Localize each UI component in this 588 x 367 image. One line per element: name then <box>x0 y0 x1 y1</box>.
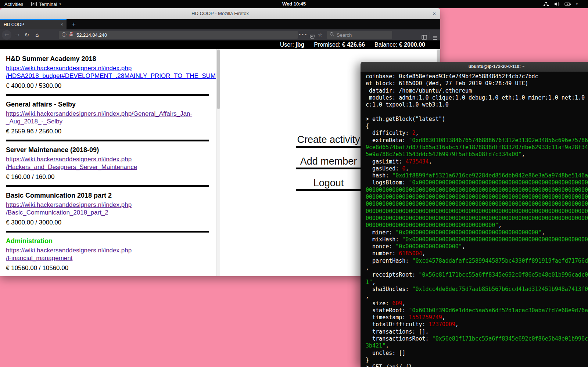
terminal-text-segment: "0x56e81f171bcc55a6ff8345e692c0f86e5b48e… <box>419 271 588 278</box>
terminal-text-segment: sha3Uncles: <box>366 286 412 292</box>
terminal-text-segment: hash: <box>366 172 392 179</box>
promised-field: Promised: € 426.66 <box>314 42 365 48</box>
scrollbar-thumb[interactable] <box>217 50 220 109</box>
budget-item-amount: € 2559.96 / 2560.00 <box>6 128 216 135</box>
budget-list-scrollbar[interactable] <box>216 49 220 276</box>
app-menu-terminal[interactable]: > Terminal ▾ <box>31 0 61 8</box>
terminal-line: 000000000000000000000000000000000000000"… <box>366 222 588 229</box>
terminal-line: timestamp: 1551259749, <box>366 314 588 321</box>
budget-item-link[interactable]: https://wiki.hackersanddesigners.nl/inde… <box>6 65 216 80</box>
terminal-text-segment: , <box>542 229 545 236</box>
terminal-text-segment: , <box>462 243 465 250</box>
terminal-line: hash: "0xd1f8899faf5321a6716ce92284ed856… <box>366 172 588 179</box>
action-add-member[interactable]: Add member <box>296 156 361 169</box>
terminal-text-segment: extraData: <box>366 137 409 144</box>
action-underline <box>296 189 361 191</box>
tab-close-icon[interactable]: × <box>60 20 63 29</box>
home-button[interactable]: ⌂ <box>33 29 41 40</box>
pocket-icon[interactable] <box>308 29 316 40</box>
terminal-text-segment: receiptsRoot: <box>366 271 419 278</box>
action-underline <box>296 168 361 169</box>
sidebar-toggle-icon[interactable] <box>420 29 429 40</box>
user-status-bar: User: jbg Promised: € 426.66 Balance: € … <box>0 40 440 49</box>
terminal-text-segment: , <box>442 314 445 321</box>
terminal-line: transactions: [], <box>366 328 588 335</box>
page-actions-icon[interactable]: ••• <box>298 29 306 40</box>
terminal-line: 0000000000000000000000000000000000000000… <box>366 187 588 194</box>
forward-button[interactable]: → <box>13 29 21 40</box>
search-bar[interactable] <box>327 31 392 39</box>
url-bar[interactable]: ⓘ <box>59 31 298 39</box>
terminal-text-segment: 609 <box>392 300 402 307</box>
terminal-line: sha3Uncles: "0x1dcc4de8dec75d7aab85b567b… <box>366 286 588 293</box>
budget-item-link[interactable]: https://wiki.hackersanddesigners.nl/inde… <box>6 110 192 125</box>
insecure-lock-icon[interactable] <box>67 32 74 38</box>
terminal-line: > GET /api/ {} <box>366 364 588 367</box>
search-input[interactable] <box>337 32 401 38</box>
action-label: Add member <box>296 156 361 167</box>
terminal-line: difficulty: 2, <box>366 130 588 137</box>
window-close-button[interactable]: × <box>433 8 436 19</box>
hamburger-menu-icon[interactable] <box>431 29 439 40</box>
terminal-text-segment: mixHash: <box>366 236 402 243</box>
terminal-text-segment: , <box>422 250 426 257</box>
terminal-line: coinbase: 0x4e858efead93c4e749bf2e588484… <box>366 73 588 80</box>
window-titlebar[interactable]: HD COOP - Mozilla Firefox × <box>0 8 440 19</box>
budget-item-link[interactable]: https://wiki.hackersanddesigners.nl/inde… <box>6 247 132 262</box>
terminal-text-segment: "0x0000000000000000000000000000000000000… <box>395 229 541 236</box>
reload-button[interactable]: ↻ <box>23 29 31 40</box>
action-underline <box>296 146 361 148</box>
terminal-text-segment: 3b421" <box>366 342 386 349</box>
terminal-text-segment: size: <box>366 300 392 307</box>
terminal-line: mixHash: "0x0000000000000000000000000000… <box>366 236 588 243</box>
info-icon[interactable]: ⓘ <box>62 32 67 38</box>
terminal-line: receiptsRoot: "0x56e81f171bcc55a6ff8345e… <box>366 271 588 278</box>
terminal-text-segment: , <box>372 279 376 285</box>
budget-item-divider <box>6 140 209 141</box>
budget-item-link[interactable]: https://wiki.hackersanddesigners.nl/inde… <box>6 201 132 216</box>
new-tab-button[interactable]: + <box>69 19 79 29</box>
budget-item-link[interactable]: https://wiki.hackersanddesigners.nl/inde… <box>6 156 137 171</box>
terminal-text-segment: nonce: <box>366 243 395 250</box>
back-button[interactable]: ← <box>2 30 11 40</box>
terminal-line: 0000000000000000000000000000000000000000… <box>366 194 588 201</box>
action-logout[interactable]: Logout <box>296 177 361 191</box>
terminal-line: 1", <box>366 279 588 286</box>
terminal-text-segment: 0000000000000000000000000000000000000000… <box>366 215 588 222</box>
terminal-line: , <box>366 293 588 300</box>
terminal-line: datadir: /home/ubuntu/.ethereum <box>366 87 588 94</box>
action-create-activity[interactable]: Create activity <box>296 134 361 148</box>
terminal-text-segment: logsBloom: <box>366 179 409 186</box>
terminal-text-segment: 9ce8d6574baf7d87fb85a316abc57fe1878838df… <box>366 144 588 151</box>
terminal-body[interactable]: coinbase: 0x4e858efead93c4e749bf2e588484… <box>361 72 588 367</box>
activities-button[interactable]: Activities <box>4 0 23 8</box>
terminal-text-segment: 0000000000000000000000000000000000000000… <box>366 208 588 215</box>
clock[interactable]: Wed 10:45 <box>282 0 306 8</box>
terminal-text-segment: } <box>366 357 369 363</box>
terminal-line: extraData: "0xd883010813846765746888676f… <box>366 137 588 144</box>
terminal-line: } <box>366 357 588 364</box>
terminal-text-segment: stateRoot: <box>366 307 409 314</box>
network-icon <box>543 1 549 7</box>
terminal-titlebar[interactable]: ubuntu@ip-172-30-0-110: ~ <box>361 62 588 72</box>
terminal-text-segment: "0xcd4578addafafc25899445875bc4330ff8919… <box>412 258 588 264</box>
terminal-window: ubuntu@ip-172-30-0-110: ~ coinbase: 0x4e… <box>361 62 588 367</box>
system-status-area[interactable]: ▾ <box>543 0 578 8</box>
terminal-line: gasLimit: 4735434, <box>366 158 588 165</box>
budget-item: Server Maintenance (2018-09)https://wiki… <box>6 146 216 187</box>
budget-item-title: Basic Communication 2018 part 2 <box>6 192 216 199</box>
terminal-text-segment: > eth.getBlock("latest") <box>366 116 445 122</box>
bookmark-star-icon[interactable]: ☆ <box>316 29 324 40</box>
url-input[interactable] <box>76 32 298 38</box>
terminal-line: c:1.0 txpool:1.0 web3:1.0 <box>366 101 588 108</box>
tab-hd-coop[interactable]: HD COOP × <box>0 19 67 29</box>
terminal-text-segment: , <box>415 130 419 136</box>
terminal-text-segment: 4735434 <box>405 158 429 165</box>
action-label: Create activity <box>296 134 361 145</box>
window-title: HD COOP - Mozilla Firefox <box>0 8 440 19</box>
terminal-line: nonce: "0x0000000000000000", <box>366 243 588 250</box>
budget-item-divider <box>6 185 209 187</box>
terminal-text-segment: "0x0000000000000000000000000000000000000… <box>402 236 588 243</box>
budget-item-divider <box>6 231 209 233</box>
terminal-text-segment: number: <box>366 250 399 257</box>
